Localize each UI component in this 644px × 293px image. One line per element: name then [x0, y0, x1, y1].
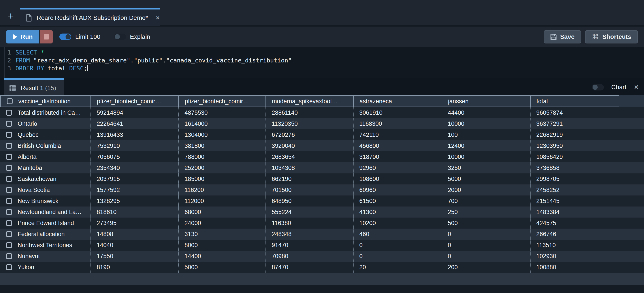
table-row[interactable]: Nunavut17550144007098000102930: [0, 251, 644, 262]
table-row[interactable]: Alberta705607578800026836543187001000010…: [0, 151, 644, 162]
table-cell: Ontario: [0, 118, 90, 129]
table-row[interactable]: Prince Edward Island27349524000116380102…: [0, 218, 644, 228]
chart-toggle[interactable]: [592, 84, 604, 90]
row-checkbox[interactable]: [6, 253, 12, 259]
table-cell: 60960: [353, 184, 442, 196]
table-row[interactable]: Manitoba23543402520001034308929603250373…: [0, 162, 644, 174]
row-checkbox[interactable]: [6, 264, 12, 270]
shortcuts-button[interactable]: ⌘ Shortcuts: [585, 30, 638, 44]
table-cell: 2000: [442, 184, 530, 196]
table-cell: 44400: [442, 107, 530, 118]
cell-value: 5000: [184, 264, 198, 271]
row-checkbox[interactable]: [6, 198, 12, 204]
row-checkbox[interactable]: [6, 209, 12, 215]
cell-value: 59214894: [97, 110, 123, 116]
table-row[interactable]: New Brunswick132829511200064895061500700…: [0, 196, 644, 206]
row-checkbox[interactable]: [6, 154, 12, 160]
cell-value: 28861140: [272, 110, 298, 116]
new-tab-button[interactable]: +: [5, 11, 16, 22]
column-header-4[interactable]: moderna_spikevaxfoot…: [266, 95, 353, 107]
results-tab-strip: Result 1 (15) Chart ✕: [0, 78, 644, 96]
table-cell: 28861140: [266, 107, 353, 118]
table-cell: 10000: [442, 118, 530, 129]
close-tab-icon[interactable]: ×: [156, 14, 159, 22]
table-row[interactable]: Saskatchewan2037915185000662190108600500…: [0, 174, 644, 184]
sql-editor[interactable]: 1SELECT *2FROM "rearc_adx_demo_data_shar…: [0, 47, 644, 78]
cell-value: 248348: [272, 231, 292, 238]
code-line: 1SELECT *: [0, 48, 644, 56]
cell-value: Alberta: [18, 154, 37, 160]
row-checkbox[interactable]: [6, 143, 12, 149]
table-row[interactable]: Ontario222646411614000113203501168300100…: [0, 118, 644, 129]
result-tab[interactable]: Result 1 (15): [4, 78, 64, 96]
table-cell: Alberta: [0, 151, 90, 162]
table-cell: 200: [442, 262, 530, 273]
column-header-label: astrazeneca: [360, 98, 392, 105]
table-cell: 116200: [178, 184, 266, 196]
cell-value: 818610: [97, 209, 116, 216]
cell-value: 8190: [97, 264, 110, 271]
cell-value: 10000: [448, 120, 464, 127]
table-cell: 788000: [178, 151, 266, 162]
cell-value: 60960: [359, 187, 376, 194]
cell-value: 14400: [184, 253, 201, 260]
cell-value: Northwest Territories: [18, 242, 72, 249]
cell-value: 1168300: [359, 120, 382, 127]
play-icon: [13, 34, 17, 40]
row-checkbox[interactable]: [6, 110, 12, 116]
table-row[interactable]: Newfoundland and La…81861068000555224413…: [0, 206, 644, 218]
close-results-icon[interactable]: ✕: [634, 84, 639, 91]
row-checkbox[interactable]: [6, 121, 12, 127]
sql-token: [37, 49, 40, 56]
table-cell: 96057874: [530, 107, 619, 118]
row-checkbox[interactable]: [6, 231, 12, 237]
editor-tab-bar: + Rearc Redshift ADX Subscription Demo* …: [0, 0, 644, 26]
row-checkbox[interactable]: [6, 242, 12, 248]
cell-value: 1483384: [536, 209, 560, 216]
select-all-checkbox[interactable]: [7, 98, 12, 104]
cell-value: 3920040: [272, 142, 295, 149]
column-header-1[interactable]: vaccine_distribution: [0, 95, 90, 107]
table-row[interactable]: British Columbia753291038180039200404568…: [0, 140, 644, 151]
table-row[interactable]: Federal allocation1480831302483484600266…: [0, 228, 644, 240]
row-checkbox[interactable]: [6, 220, 12, 226]
cell-value: 4875530: [184, 110, 208, 116]
row-checkbox[interactable]: [6, 176, 12, 182]
row-checkbox[interactable]: [6, 132, 12, 138]
row-checkbox[interactable]: [6, 187, 12, 193]
query-tab[interactable]: Rearc Redshift ADX Subscription Demo* ×: [20, 8, 160, 26]
stop-button[interactable]: [40, 30, 53, 44]
table-row[interactable]: Northwest Territories1404080009147000113…: [0, 240, 644, 251]
table-cell: 318700: [353, 151, 442, 162]
column-header-label: moderna_spikevaxfoot…: [272, 98, 338, 105]
column-header-label: vaccine_distribution: [18, 98, 70, 105]
cell-value: 381800: [184, 142, 204, 149]
cell-value: New Brunswick: [18, 198, 58, 204]
cell-value: Nova Scotia: [18, 187, 50, 194]
cell-value: 10000: [448, 154, 464, 160]
cell-value: 108600: [359, 176, 379, 182]
limit-toggle[interactable]: [59, 34, 71, 40]
explain-toggle[interactable]: [114, 34, 126, 40]
table-row[interactable]: Yukon819050008747020200100880: [0, 262, 644, 273]
cell-value: 648950: [272, 198, 292, 204]
column-header-6[interactable]: janssen: [442, 95, 530, 107]
cell-value: Prince Edward Island: [18, 220, 74, 226]
run-button[interactable]: Run: [6, 30, 39, 44]
sql-token: FROM: [16, 57, 30, 64]
table-row[interactable]: Total distributed in Ca…5921489448755302…: [0, 107, 644, 118]
table-row[interactable]: Quebec1391643313040006720276742110100226…: [0, 129, 644, 140]
column-header-7[interactable]: total: [530, 95, 619, 107]
cell-value: 2683654: [272, 154, 295, 160]
table-cell: 102930: [530, 251, 619, 262]
save-button[interactable]: Save: [544, 30, 581, 44]
cell-value: 250: [448, 209, 458, 216]
column-header-5[interactable]: astrazeneca: [353, 95, 442, 107]
cell-value: 701500: [272, 187, 292, 194]
column-header-3[interactable]: pfizer_biontech_comir…: [178, 95, 266, 107]
cell-value: 788000: [184, 154, 204, 160]
row-checkbox[interactable]: [6, 165, 12, 171]
table-row[interactable]: Nova Scotia15775921162007015006096020002…: [0, 184, 644, 196]
column-header-2[interactable]: pfizer_biontech_comir…: [90, 95, 178, 107]
table-cell: 113510: [530, 240, 619, 251]
